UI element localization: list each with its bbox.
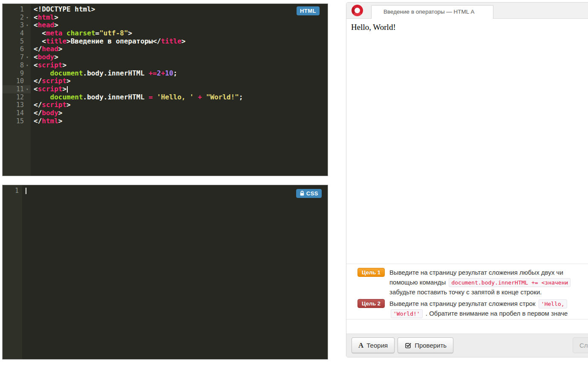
code-line: </script>	[34, 101, 328, 109]
code-token: >	[66, 101, 71, 109]
fold-toggle-icon[interactable]: ▾	[24, 53, 31, 61]
code-token: </	[34, 77, 42, 85]
line-number: 6	[3, 45, 24, 53]
code-token: +=	[149, 69, 157, 77]
theory-button-label: Теория	[366, 342, 388, 349]
code-token: .body.innerHTML	[83, 93, 149, 101]
css-badge-label: CSS	[306, 190, 318, 197]
code-token: +	[161, 69, 165, 77]
code-token: =	[95, 29, 100, 37]
code-line: <html>	[34, 14, 328, 22]
line-number: 10	[3, 77, 24, 85]
gutter-line: 3▾	[3, 21, 31, 29]
line-number: 13	[3, 101, 24, 109]
goal-text-segment: Выведите на страницу результат сложения …	[389, 300, 537, 307]
line-number: 14	[3, 109, 24, 117]
check-button[interactable]: Проверить	[398, 337, 453, 353]
fold-toggle-icon[interactable]: ▾	[24, 14, 31, 22]
line-number: 4	[3, 29, 24, 38]
code-token: +	[198, 93, 202, 101]
gutter-line: 6	[3, 45, 31, 53]
code-token: </	[34, 101, 42, 109]
code-token: head	[42, 45, 58, 53]
goals-list: Цель 1Выведите на страницу результат сло…	[346, 264, 588, 320]
css-code-editor[interactable]	[22, 185, 328, 359]
code-token: <	[34, 13, 38, 21]
line-number: 9	[3, 70, 24, 78]
code-token: >	[66, 77, 71, 85]
goal-text-segment: помощью команды	[389, 279, 447, 286]
code-token: <	[34, 21, 38, 29]
next-task-button[interactable]: Сл	[573, 337, 588, 353]
code-token: title	[46, 37, 66, 45]
code-token: script	[38, 61, 63, 69]
browser-tab: Введение в операторы — HTML А	[371, 5, 493, 19]
gutter-line: 8▾	[3, 61, 31, 70]
goal-row-1: Цель 1Выведите на страницу результат сло…	[357, 267, 588, 297]
gutter-line: 15	[3, 117, 31, 125]
code-token: </	[153, 37, 161, 45]
code-token: >	[54, 13, 58, 21]
code-line	[25, 187, 328, 195]
fold-toggle-icon[interactable]: ▾	[24, 61, 31, 70]
fold-toggle-icon[interactable]: ▾	[24, 21, 31, 29]
code-token: "World!"	[206, 93, 239, 101]
gutter-line: 2▾	[3, 14, 31, 22]
goal-text-line: забудьте поставить точку с запятой в кон…	[389, 287, 588, 297]
goal-1-text: Выведите на страницу результат сложения …	[389, 267, 588, 297]
gutter-line: 5	[3, 38, 31, 46]
code-token: body	[38, 53, 55, 61]
gutter-line: 1	[3, 6, 31, 14]
line-number: 2	[3, 14, 24, 22]
code-line: <!DOCTYPE html>	[34, 6, 328, 14]
code-token: >	[62, 61, 66, 69]
code-token: script	[42, 77, 66, 85]
code-token	[153, 93, 157, 101]
code-token: >	[62, 85, 66, 93]
code-token: title	[161, 37, 182, 45]
goal-text-line: Выведите на страницу результат сложения …	[389, 299, 588, 308]
goal-2-badge: Цель 2	[357, 299, 385, 308]
code-token: </	[34, 45, 42, 53]
opera-logo-icon	[352, 5, 363, 16]
theory-button[interactable]: А Теория	[352, 337, 395, 353]
goal-1-badge: Цель 1	[357, 268, 385, 277]
code-token	[202, 93, 206, 101]
code-token: body	[42, 109, 58, 117]
panel-footer: А Теория Проверить Сл	[346, 334, 588, 357]
preview-panel: Введение в операторы — HTML А Hello, Wor…	[346, 2, 588, 357]
gutter-line: 10	[3, 77, 31, 85]
code-token: 2	[157, 69, 161, 77]
line-number: 15	[3, 117, 24, 125]
gutter-line: 7▾	[3, 53, 31, 61]
goal-text-line: Выведите на страницу результат сложения …	[389, 267, 588, 277]
html-editor: 12▾3▾4567▾8▾91011▾12131415 <!DOCTYPE htm…	[2, 3, 328, 176]
goal-text-line: помощью команды document.body.innerHTML …	[389, 277, 588, 287]
line-number: 11	[3, 85, 24, 93]
code-token	[34, 69, 50, 77]
gutter-line: 4	[3, 29, 31, 38]
panel-gap	[346, 320, 588, 334]
code-token: >	[66, 37, 71, 45]
code-token: >	[128, 29, 133, 37]
code-token: Введение в операторы	[71, 37, 153, 45]
code-token: ;	[239, 93, 243, 101]
code-token: >	[54, 21, 58, 29]
css-editor-gutter: 1	[3, 185, 22, 359]
text-cursor	[26, 188, 26, 194]
fold-toggle-icon[interactable]: ▾	[24, 85, 31, 93]
goal-text-segment: забудьте поставить точку с запятой в кон…	[389, 288, 542, 296]
code-token: </	[34, 109, 42, 117]
code-line: <head>	[34, 21, 328, 29]
goal-text-segment: Выведите на страницу результат сложения …	[389, 269, 563, 276]
inline-code: 'Hello,	[539, 299, 567, 308]
gutter-line: 11▾	[3, 85, 31, 93]
goal-text-line: 'World!' . Обратите внимание на пробел в…	[389, 308, 588, 318]
code-token: meta	[46, 29, 63, 37]
code-token: >	[58, 109, 63, 117]
code-token: >	[58, 117, 63, 125]
code-token: document	[50, 93, 83, 101]
code-token: =	[149, 93, 153, 101]
line-number: 1	[3, 187, 19, 195]
html-code-editor[interactable]: <!DOCTYPE html><html><head> <meta charse…	[31, 4, 328, 176]
